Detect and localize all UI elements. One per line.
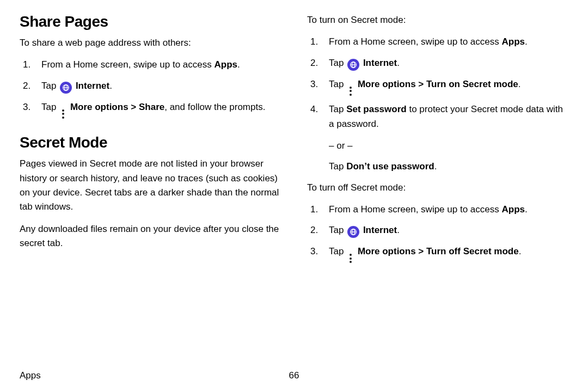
apps-label: Apps: [501, 36, 525, 47]
internet-label: Internet: [363, 58, 397, 68]
step-text: Tap: [329, 161, 346, 171]
internet-label: Internet: [363, 225, 397, 235]
step-text: Tap: [329, 79, 346, 89]
more-options-icon: [347, 86, 354, 96]
internet-icon: [347, 59, 359, 71]
share-intro-text: To share a web page address with others:: [20, 36, 281, 50]
list-item: Tap More options > Turn off Secret mode.: [307, 244, 568, 264]
list-item: Tap More options > Turn on Secret mode.: [307, 77, 568, 96]
turn-off-intro: To turn off Secret mode:: [307, 181, 568, 195]
list-item: Tap Internet.: [20, 79, 281, 94]
separator: >: [416, 246, 426, 256]
step-text: Tap: [329, 58, 346, 68]
internet-icon: [347, 226, 359, 238]
share-steps-list: From a Home screen, swipe up to access A…: [20, 58, 281, 119]
or-divider: – or –: [307, 139, 568, 153]
list-item: Tap Set password to protect your Secret …: [307, 102, 568, 131]
step-text: .: [525, 204, 528, 215]
step-text: .: [525, 36, 528, 47]
step-text: .: [397, 58, 400, 68]
step-text: Tap: [329, 246, 346, 256]
step-text: .: [109, 81, 112, 91]
turn-off-steps-list: From a Home screen, swipe up to access A…: [307, 203, 568, 264]
secret-mode-description: Pages viewed in Secret mode are not list…: [20, 157, 281, 214]
turn-on-steps-list: From a Home screen, swipe up to access A…: [307, 35, 568, 131]
list-item: From a Home screen, swipe up to access A…: [307, 35, 568, 49]
list-item: From a Home screen, swipe up to access A…: [307, 203, 568, 217]
dont-use-password-label: Don’t use password: [346, 161, 434, 171]
step-text: From a Home screen, swipe up to access: [329, 204, 501, 215]
step-text: .: [237, 59, 240, 70]
list-item: From a Home screen, swipe up to access A…: [20, 58, 281, 72]
step-text: , and follow the prompts.: [164, 102, 265, 112]
internet-label: Internet: [76, 81, 109, 91]
step-text: From a Home screen, swipe up to access: [41, 59, 214, 70]
separator: >: [416, 79, 426, 89]
dont-use-password-option: Tap Don’t use password.: [307, 160, 568, 174]
more-options-icon: [60, 109, 66, 119]
more-options-label: More options: [358, 246, 416, 256]
step-text: Tap: [41, 102, 59, 112]
set-password-label: Set password: [346, 104, 407, 114]
page-number: 66: [289, 370, 299, 381]
page-footer: Apps 66: [20, 370, 568, 381]
list-item: Tap Internet.: [307, 223, 568, 238]
step-text: Tap: [329, 104, 346, 114]
step-text: .: [397, 225, 400, 235]
turn-on-intro: To turn on Secret mode:: [307, 13, 568, 27]
step-text: .: [434, 161, 437, 171]
step-text: Tap: [329, 225, 346, 235]
more-options-label: More options: [70, 102, 128, 112]
step-text: .: [518, 79, 521, 89]
step-text: Tap: [41, 81, 59, 91]
step-text: From a Home screen, swipe up to access: [329, 36, 501, 47]
internet-icon: [60, 82, 72, 94]
more-options-label: More options: [358, 79, 416, 89]
more-options-icon: [347, 254, 354, 264]
step-text: .: [519, 246, 522, 256]
heading-secret-mode: Secret Mode: [20, 134, 281, 151]
separator: >: [128, 102, 139, 112]
heading-share-pages: Share Pages: [20, 13, 281, 30]
right-column: To turn on Secret mode: From a Home scre…: [307, 13, 568, 362]
share-label: Share: [139, 102, 164, 112]
turn-on-secret-label: Turn on Secret mode: [426, 79, 518, 89]
turn-off-secret-label: Turn off Secret mode: [426, 246, 519, 256]
secret-mode-note: Any downloaded files remain on your devi…: [20, 222, 281, 251]
list-item: Tap More options > Share, and follow the…: [20, 100, 281, 119]
list-item: Tap Internet.: [307, 56, 568, 71]
left-column: Share Pages To share a web page address …: [20, 13, 281, 362]
apps-label: Apps: [214, 59, 237, 70]
apps-label: Apps: [501, 204, 525, 215]
